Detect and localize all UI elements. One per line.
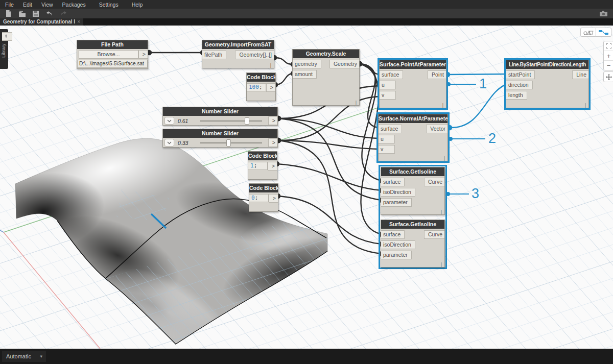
node-title[interactable]: Surface.GetIsoline	[381, 220, 444, 229]
menu-view[interactable]: View	[41, 2, 53, 8]
node-title[interactable]: Surface.NormalAtParameter	[379, 114, 447, 123]
port-in-geometry[interactable]: geometry	[293, 60, 321, 68]
port-in-v[interactable]: v	[379, 145, 395, 154]
port-out[interactable]: >	[268, 138, 277, 147]
port-in-amount[interactable]: amount	[293, 70, 317, 79]
node-number-slider-2[interactable]: Number Slider 0.33 >	[162, 129, 278, 148]
node-title[interactable]: Geometry.ImportFromSAT	[202, 40, 274, 49]
chevron-down-icon[interactable]	[164, 117, 174, 125]
port-in-surface[interactable]: surface	[379, 125, 402, 133]
slider-value[interactable]: 0.61	[178, 118, 200, 124]
port-out[interactable]: >	[268, 116, 277, 125]
graph-view-icon[interactable]	[596, 28, 611, 37]
node-title[interactable]: Code Block	[248, 152, 277, 160]
geometry-preview-icon[interactable]	[580, 28, 596, 37]
slider-value[interactable]: 0.33	[178, 140, 200, 146]
open-file-icon[interactable]	[16, 10, 28, 17]
port-out[interactable]: >	[269, 194, 278, 203]
library-side-tab[interactable]: Library	[0, 29, 8, 69]
node-number-slider-1[interactable]: Number Slider 0.61 >	[162, 107, 278, 126]
code-input[interactable]: 100;	[247, 83, 266, 91]
port-out-geometry[interactable]: Geometry[]..[]	[235, 51, 274, 59]
node-title[interactable]: Surface.PointAtParameter	[380, 60, 446, 69]
port-out[interactable]: >	[268, 162, 277, 171]
pin-icon[interactable]	[2, 32, 12, 41]
zoom-in-icon[interactable]: +	[604, 51, 613, 60]
camera-export-icon[interactable]	[598, 10, 609, 17]
zoom-out-icon[interactable]: −	[604, 60, 613, 70]
port-out[interactable]: >	[266, 83, 275, 92]
port-out-vector[interactable]: Vector	[426, 125, 447, 133]
node-title[interactable]: Code Block	[247, 73, 275, 82]
node-surface-point-at-parameter[interactable]: Surface.PointAtParameter surface Point u…	[379, 60, 446, 108]
port-in-direction[interactable]: direction	[506, 81, 533, 89]
port-in-isodirection[interactable]: isoDirection	[381, 240, 415, 249]
lacing-indicator[interactable]: |	[441, 209, 442, 214]
lacing-indicator[interactable]: |	[441, 262, 442, 267]
code-input[interactable]: 0;	[249, 194, 269, 202]
port-in-u[interactable]: u	[380, 81, 396, 89]
undo-icon[interactable]	[44, 10, 55, 17]
node-title[interactable]: Code Block	[249, 184, 278, 192]
menu-packages[interactable]: Packages	[62, 2, 86, 8]
port-in-filepath[interactable]: filePath	[202, 51, 226, 59]
port-out-curve[interactable]: Curve	[424, 230, 444, 239]
port-out-line[interactable]: Line	[572, 70, 588, 79]
lacing-indicator[interactable]: |	[442, 103, 443, 108]
menu-file[interactable]: File	[5, 2, 14, 8]
node-title[interactable]: Geometry.Scale	[293, 50, 359, 58]
node-surface-normal-at-parameter[interactable]: Surface.NormalAtParameter surface Vector…	[378, 114, 448, 161]
node-title[interactable]: Surface.GetIsoline	[381, 167, 444, 176]
port-in-startpoint[interactable]: startPoint	[506, 70, 535, 79]
lacing-indicator[interactable]: |	[356, 100, 357, 105]
port-in-v[interactable]: v	[380, 91, 396, 100]
port-in-parameter[interactable]: parameter	[381, 251, 412, 259]
workspace-tab[interactable]: Geometry for Computational I×	[0, 18, 83, 26]
node-geometry-scale[interactable]: Geometry.Scale geometry Geometry amount …	[292, 49, 360, 106]
port-out-point[interactable]: Point	[428, 70, 446, 79]
save-icon[interactable]	[30, 10, 41, 17]
slider-handle[interactable]	[245, 117, 249, 125]
node-surface-getisoline-2[interactable]: Surface.GetIsoline surface Curve isoDire…	[381, 220, 445, 268]
node-file-path[interactable]: File Path Browse... > D:\...\images\5-5\…	[77, 40, 148, 69]
fit-view-icon[interactable]	[604, 41, 613, 51]
port-in-isodirection[interactable]: isoDirection	[381, 188, 415, 197]
node-line-by-start-point-direction-length[interactable]: Line.ByStartPointDirectionLength startPo…	[506, 60, 589, 108]
slider-handle[interactable]	[226, 139, 231, 147]
node-title[interactable]: Number Slider	[163, 129, 277, 138]
file-path-value[interactable]: D:\...\images\5-5\Surface.sat	[77, 60, 148, 68]
node-title[interactable]: File Path	[77, 40, 148, 49]
redo-icon[interactable]	[58, 10, 69, 17]
node-code-block-100[interactable]: Code Block 100; >	[246, 72, 276, 101]
slider-track[interactable]	[200, 139, 262, 147]
slider-track[interactable]	[200, 117, 262, 125]
node-title[interactable]: Number Slider	[163, 107, 277, 116]
port-out-curve[interactable]: Curve	[424, 178, 444, 186]
selected-wires[interactable]	[447, 74, 508, 128]
lacing-indicator[interactable]: |	[270, 63, 271, 68]
port-out-geometry[interactable]: Geometry	[329, 60, 359, 68]
menu-edit[interactable]: Edit	[23, 2, 32, 8]
port-in-surface[interactable]: surface	[381, 178, 405, 186]
port-in-surface[interactable]: surface	[380, 70, 403, 79]
port-in-u[interactable]: u	[379, 135, 395, 143]
lacing-indicator[interactable]: |	[585, 103, 586, 108]
port-in-length[interactable]: length	[506, 91, 527, 100]
run-mode-dropdown[interactable]: Automatic ▾	[2, 351, 46, 362]
port-in-parameter[interactable]: parameter	[381, 198, 412, 207]
node-code-block-1[interactable]: Code Block 1; >	[248, 151, 277, 180]
node-surface-getisoline-1[interactable]: Surface.GetIsoline surface Curve isoDire…	[381, 167, 445, 215]
new-file-icon[interactable]	[3, 10, 14, 17]
node-code-block-0[interactable]: Code Block 0; >	[249, 183, 278, 212]
node-import-from-sat[interactable]: Geometry.ImportFromSAT filePath Geometry…	[202, 40, 274, 68]
port-out[interactable]: >	[138, 50, 148, 59]
node-title[interactable]: Line.ByStartPointDirectionLength	[506, 60, 588, 69]
code-input[interactable]: 1;	[248, 162, 268, 170]
lacing-indicator[interactable]: |	[444, 156, 445, 161]
browse-button[interactable]: Browse...	[79, 50, 138, 59]
menu-help[interactable]: Help	[132, 2, 143, 8]
menu-settings[interactable]: Settings	[99, 2, 119, 8]
pan-icon[interactable]	[603, 71, 613, 82]
chevron-down-icon[interactable]	[164, 139, 174, 147]
close-tab-icon[interactable]: ×	[77, 19, 80, 25]
